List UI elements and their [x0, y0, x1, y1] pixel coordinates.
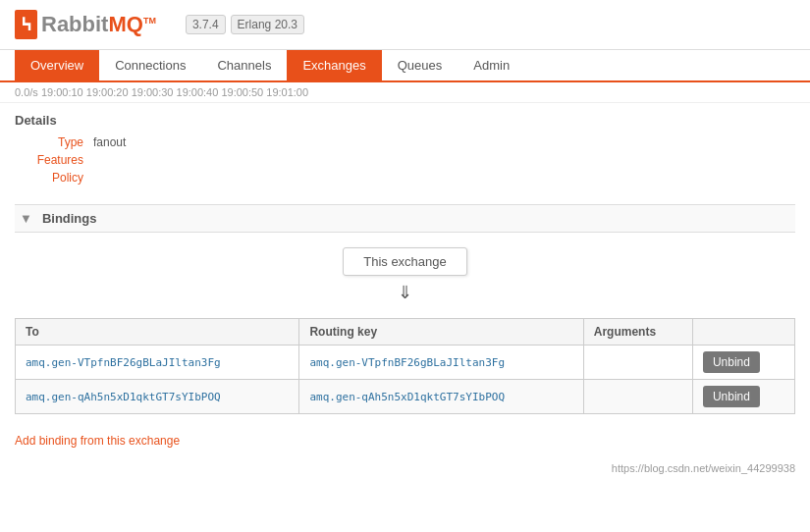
logo-text: RabbitMQTM — [41, 12, 156, 37]
col-arguments: Arguments — [583, 319, 692, 346]
version-badge: 3.7.4 — [186, 15, 226, 34]
type-label: Type — [15, 135, 93, 149]
nav-overview[interactable]: Overview — [15, 50, 99, 80]
binding-routing-2: amq.gen-qAh5n5xD1qktGT7sYIbPOQ — [299, 380, 583, 414]
erlang-badge: Erlang 20.3 — [231, 15, 304, 34]
binding-routing-1: amq.gen-VTpfnBF26gBLaJIltan3Fg — [299, 346, 583, 380]
bindings-table: To Routing key Arguments amq.gen-VTpfnBF… — [15, 318, 795, 414]
nav: Overview Connections Channels Exchanges … — [0, 50, 810, 82]
binding-args-1 — [583, 346, 692, 380]
details-row-features: Features — [15, 153, 795, 167]
add-binding-link[interactable]: Add binding from this exchange — [15, 434, 180, 448]
table-row: amq.gen-VTpfnBF26gBLaJIltan3Fg amq.gen-V… — [16, 346, 795, 380]
time-axis: 0.0/s 19:00:10 19:00:20 19:00:30 19:00:4… — [0, 82, 810, 103]
collapse-icon[interactable]: ▼ — [20, 211, 32, 226]
binding-action-1[interactable]: Unbind — [692, 346, 794, 380]
unbind-button-1[interactable]: Unbind — [703, 351, 760, 373]
type-value: fanout — [93, 135, 126, 149]
nav-connections[interactable]: Connections — [99, 50, 201, 80]
details-table: Type fanout Features Policy — [15, 135, 795, 185]
nav-exchanges[interactable]: Exchanges — [287, 50, 381, 80]
content: Details Type fanout Features Policy ▼ Bi… — [0, 103, 810, 457]
nav-admin[interactable]: Admin — [458, 50, 525, 80]
bindings-header: ▼ Bindings — [15, 204, 795, 233]
policy-label: Policy — [15, 171, 93, 185]
features-label: Features — [15, 153, 93, 167]
table-row: amq.gen-qAh5n5xD1qktGT7sYIbPOQ amq.gen-q… — [16, 380, 795, 414]
details-row-type: Type fanout — [15, 135, 795, 149]
logo: ߆ RabbitMQTM — [15, 10, 156, 39]
bindings-title: Bindings — [42, 211, 97, 226]
header: ߆ RabbitMQTM 3.7.4 Erlang 20.3 — [0, 0, 810, 50]
details-title: Details — [15, 113, 795, 128]
unbind-button-2[interactable]: Unbind — [703, 386, 760, 407]
details-row-policy: Policy — [15, 171, 795, 185]
binding-args-2 — [583, 380, 692, 414]
arrow-down-icon: ⇓ — [398, 282, 412, 303]
footer-watermark: https://blog.csdn.net/weixin_44299938 — [0, 457, 810, 479]
col-routing-key: Routing key — [299, 319, 583, 346]
exchange-flow: This exchange ⇓ — [15, 247, 795, 303]
logo-icon: ߆ — [15, 10, 37, 39]
nav-channels[interactable]: Channels — [201, 50, 287, 80]
table-header-row: To Routing key Arguments — [16, 319, 795, 346]
col-to: To — [16, 319, 299, 346]
nav-queues[interactable]: Queues — [382, 50, 459, 80]
binding-action-2[interactable]: Unbind — [692, 380, 794, 414]
binding-to-1: amq.gen-VTpfnBF26gBLaJIltan3Fg — [16, 346, 299, 380]
binding-to-2: amq.gen-qAh5n5xD1qktGT7sYIbPOQ — [16, 380, 299, 414]
col-actions — [692, 319, 794, 346]
this-exchange-box: This exchange — [343, 247, 467, 276]
